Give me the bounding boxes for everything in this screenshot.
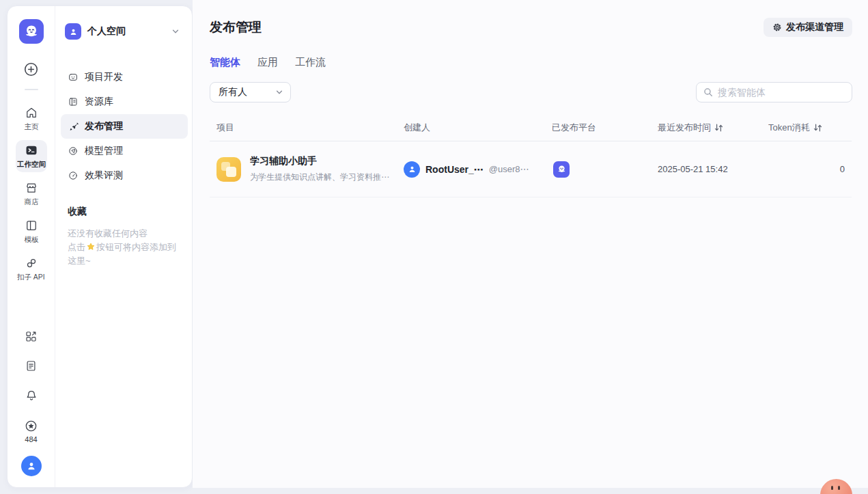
rail-item-api[interactable]: 扣子 API bbox=[16, 253, 47, 285]
rail-item-label: 主页 bbox=[24, 122, 38, 131]
favorites-title: 收藏 bbox=[68, 206, 188, 218]
model-icon bbox=[68, 146, 79, 156]
store-icon bbox=[25, 181, 38, 195]
cell-platform bbox=[552, 161, 658, 178]
sidebar-card: 主页 工作空间 商店 模板 bbox=[7, 5, 193, 488]
sidebar-item-label: 模型管理 bbox=[85, 145, 123, 157]
sort-icon bbox=[714, 124, 723, 132]
sidebar-item-label: 发布管理 bbox=[85, 120, 123, 133]
create-new-button[interactable] bbox=[23, 61, 40, 78]
template-icon bbox=[25, 219, 38, 232]
rail-item-label: 模板 bbox=[24, 234, 38, 244]
publish-channel-management-label: 发布渠道管理 bbox=[786, 21, 843, 33]
creator-avatar bbox=[404, 161, 420, 178]
cell-publish-time: 2025-05-21 15:42 bbox=[658, 164, 768, 174]
sidebar-item-publish-management[interactable]: 发布管理 bbox=[61, 114, 188, 139]
column-header-publish-time[interactable]: 最近发布时间 bbox=[658, 122, 768, 134]
owner-filter-value: 所有人 bbox=[219, 86, 247, 98]
owner-filter-select[interactable]: 所有人 bbox=[210, 82, 291, 102]
star-icon bbox=[86, 242, 96, 251]
person-icon bbox=[407, 164, 417, 174]
project-text: 学习辅助小助手 为学生提供知识点讲解、学习资料推⋯ bbox=[250, 155, 389, 183]
sidebar-menu: 项目开发 资源库 发布管理 bbox=[61, 65, 188, 188]
main-content: 发布管理 发布渠道管理 智能体 应用 工作流 所有人 bbox=[193, 0, 868, 488]
controls-row: 所有人 bbox=[210, 82, 852, 102]
cell-creator: RootUser_⋯ @user8⋯ bbox=[404, 161, 552, 178]
coze-logo-icon[interactable] bbox=[19, 19, 44, 44]
docs-button[interactable] bbox=[25, 359, 38, 372]
gauge-icon bbox=[68, 170, 79, 181]
publish-table: 项目 创建人 已发布平台 最近发布时间 Token消耗 bbox=[210, 122, 852, 197]
page-title: 发布管理 bbox=[210, 18, 262, 36]
rail-divider bbox=[25, 89, 38, 90]
cell-project: 学习辅助小助手 为学生提供知识点讲解、学习资料推⋯ bbox=[210, 155, 404, 183]
rail-item-home[interactable]: 主页 bbox=[16, 102, 47, 135]
sidebar-item-project-dev[interactable]: 项目开发 bbox=[61, 65, 188, 90]
column-header-token-usage[interactable]: Token消耗 bbox=[768, 122, 852, 134]
project-name: 学习辅助小助手 bbox=[250, 155, 389, 167]
search-icon bbox=[703, 87, 713, 97]
app-square-button[interactable] bbox=[25, 330, 38, 343]
favorites-empty-line2-suffix: 按钮可将内容添加到 bbox=[96, 242, 176, 252]
tab-agents[interactable]: 智能体 bbox=[210, 56, 240, 69]
project-icon bbox=[216, 157, 241, 182]
rail-item-templates[interactable]: 模板 bbox=[16, 215, 47, 247]
plus-circle-icon bbox=[23, 61, 40, 78]
coze-platform-icon bbox=[553, 161, 570, 178]
sidebar-item-model-management[interactable]: 模型管理 bbox=[61, 139, 188, 163]
rail-item-label: 扣子 API bbox=[17, 272, 45, 282]
favorites-empty-state: 还没有收藏任何内容 点击按钮可将内容添加到 这里~ bbox=[68, 227, 181, 268]
home-icon bbox=[25, 106, 38, 120]
mascot-eye bbox=[838, 486, 840, 490]
favorites-empty-line3: 这里~ bbox=[68, 256, 91, 266]
rail-nav: 主页 工作空间 商店 模板 bbox=[16, 102, 47, 290]
workspace-name: 个人空间 bbox=[87, 25, 126, 38]
creator-name: RootUser_⋯ bbox=[425, 164, 484, 175]
tab-workflows[interactable]: 工作流 bbox=[295, 56, 326, 69]
points-value: 484 bbox=[25, 435, 37, 443]
rail-item-label: 商店 bbox=[24, 197, 38, 206]
project-description: 为学生提供知识点讲解、学习资料推⋯ bbox=[250, 171, 389, 183]
coze-ghost-icon bbox=[556, 163, 568, 175]
rail-item-store[interactable]: 商店 bbox=[16, 178, 47, 210]
person-icon bbox=[25, 460, 38, 472]
table-row[interactable]: 学习辅助小助手 为学生提供知识点讲解、学习资料推⋯ RootUser_⋯ @us… bbox=[210, 141, 852, 197]
notifications-button[interactable] bbox=[25, 389, 38, 402]
table-header-row: 项目 创建人 已发布平台 最近发布时间 Token消耗 bbox=[210, 122, 852, 141]
tabs: 智能体 应用 工作流 bbox=[210, 56, 852, 69]
sort-icon bbox=[813, 124, 822, 132]
publish-channel-management-button[interactable]: 发布渠道管理 bbox=[764, 18, 852, 37]
chevron-down-icon bbox=[171, 27, 180, 36]
sidebar-item-evaluation[interactable]: 效果评测 bbox=[61, 163, 188, 188]
search-input[interactable] bbox=[718, 87, 845, 98]
workspace-selector[interactable]: 个人空间 bbox=[61, 22, 188, 41]
sidebar-item-label: 项目开发 bbox=[85, 71, 123, 83]
tab-apps[interactable]: 应用 bbox=[257, 56, 278, 69]
icon-rail: 主页 工作空间 商店 模板 bbox=[8, 6, 55, 487]
rail-item-workspace[interactable]: 工作空间 bbox=[16, 140, 47, 172]
grid-arrow-icon bbox=[25, 330, 38, 343]
person-icon bbox=[68, 27, 79, 37]
creator-handle: @user8⋯ bbox=[489, 164, 529, 174]
gear-icon bbox=[772, 23, 782, 32]
rocket-icon bbox=[68, 121, 79, 132]
user-avatar[interactable] bbox=[21, 456, 42, 476]
sidebar-item-resources[interactable]: 资源库 bbox=[61, 90, 188, 114]
search-box bbox=[696, 82, 852, 102]
points-button[interactable]: 484 bbox=[24, 419, 38, 443]
column-header-creator: 创建人 bbox=[404, 122, 552, 134]
chevron-down-icon bbox=[275, 88, 283, 96]
rail-bottom: 484 bbox=[21, 330, 42, 487]
star-circle-icon bbox=[24, 419, 38, 433]
sidebar-item-label: 效果评测 bbox=[85, 169, 123, 182]
mascot-eye bbox=[831, 486, 833, 490]
favorites-empty-line1: 还没有收藏任何内容 bbox=[68, 228, 148, 238]
document-icon bbox=[25, 359, 38, 372]
workspace-avatar bbox=[65, 23, 81, 40]
coze-ghost-icon bbox=[22, 22, 41, 41]
workspace-menu-panel: 个人空间 项目开发 资源库 bbox=[55, 6, 192, 487]
api-plug-icon bbox=[25, 256, 38, 270]
cell-token-usage: 0 bbox=[768, 164, 852, 174]
favorites-empty-line2-prefix: 点击 bbox=[68, 242, 85, 252]
library-icon bbox=[68, 96, 79, 107]
